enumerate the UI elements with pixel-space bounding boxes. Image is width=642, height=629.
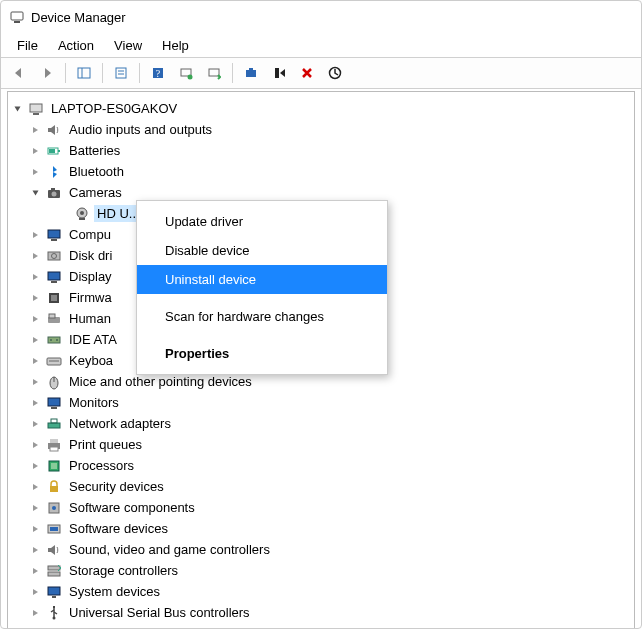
svg-rect-20: [49, 149, 55, 153]
device-tree[interactable]: LAPTOP-ES0GAKOV Audio inputs and outputs…: [7, 91, 635, 629]
menubar: File Action View Help: [1, 33, 641, 57]
tree-node-label: Bluetooth: [69, 164, 124, 179]
expander-icon[interactable]: [30, 187, 42, 199]
expander-icon[interactable]: [30, 271, 42, 283]
svg-point-62: [53, 616, 56, 619]
show-hide-tree-button[interactable]: [72, 61, 96, 85]
expander-icon[interactable]: [30, 397, 42, 409]
tree-node-label: Human: [69, 311, 111, 326]
context-menu-item[interactable]: Properties: [137, 339, 387, 368]
expander-icon[interactable]: [30, 565, 42, 577]
svg-point-22: [52, 191, 57, 196]
context-menu-item[interactable]: Update driver: [137, 207, 387, 236]
context-menu-item[interactable]: Disable device: [137, 236, 387, 265]
hid-icon: [46, 311, 62, 327]
menu-view[interactable]: View: [104, 35, 152, 56]
tree-node[interactable]: Software devices: [12, 518, 630, 539]
tree-node[interactable]: Monitors: [12, 392, 630, 413]
monitor-icon: [46, 227, 62, 243]
disable-button[interactable]: [267, 61, 291, 85]
svg-rect-16: [30, 104, 42, 112]
context-menu-gap: [137, 294, 387, 302]
svg-rect-12: [246, 70, 256, 77]
scan-hardware-button[interactable]: [323, 61, 347, 85]
tree-node[interactable]: Sound, video and game controllers: [12, 539, 630, 560]
svg-rect-57: [50, 527, 58, 531]
tree-node-label: Print queues: [69, 437, 142, 452]
toolbar-separator: [139, 63, 140, 83]
svg-rect-47: [51, 419, 57, 423]
tree-node-label: Software components: [69, 500, 195, 515]
forward-button[interactable]: [35, 61, 59, 85]
monitor-icon: [46, 269, 62, 285]
expander-icon[interactable]: [30, 355, 42, 367]
expander-icon[interactable]: [30, 334, 42, 346]
help-button[interactable]: ?: [146, 61, 170, 85]
swcomp-icon: [46, 500, 62, 516]
titlebar: Device Manager: [1, 1, 641, 33]
expander-icon[interactable]: [30, 250, 42, 262]
expander-icon[interactable]: [30, 418, 42, 430]
menu-help[interactable]: Help: [152, 35, 199, 56]
tree-node[interactable]: Processors: [12, 455, 630, 476]
tree-node[interactable]: Batteries: [12, 140, 630, 161]
network-icon: [46, 416, 62, 432]
back-button[interactable]: [7, 61, 31, 85]
usb-icon: [46, 605, 62, 621]
tree-node[interactable]: Network adapters: [12, 413, 630, 434]
mouse-icon: [46, 374, 62, 390]
update-driver-button[interactable]: [202, 61, 226, 85]
expander-icon[interactable]: [30, 586, 42, 598]
toolbar-separator: [232, 63, 233, 83]
expander-icon[interactable]: [12, 103, 24, 115]
expander-icon[interactable]: [30, 229, 42, 241]
expander-icon[interactable]: [30, 376, 42, 388]
printer-icon: [46, 437, 62, 453]
expander-icon[interactable]: [30, 502, 42, 514]
svg-rect-59: [48, 572, 60, 576]
tree-node-label: Cameras: [69, 185, 122, 200]
expander-icon[interactable]: [30, 607, 42, 619]
expander-icon[interactable]: [30, 124, 42, 136]
tree-node[interactable]: Security devices: [12, 476, 630, 497]
svg-rect-28: [51, 239, 57, 241]
context-menu-gap: [137, 331, 387, 339]
tree-node[interactable]: Storage controllers: [12, 560, 630, 581]
scan-button[interactable]: [174, 61, 198, 85]
tree-node[interactable]: Audio inputs and outputs: [12, 119, 630, 140]
tree-node-label: Processors: [69, 458, 134, 473]
tree-root-label: LAPTOP-ES0GAKOV: [51, 101, 177, 116]
expander-icon[interactable]: [30, 292, 42, 304]
storage-icon: [46, 563, 62, 579]
tree-node[interactable]: Print queues: [12, 434, 630, 455]
system-icon: [46, 584, 62, 600]
svg-point-25: [80, 211, 84, 215]
svg-rect-17: [33, 113, 39, 115]
tree-node[interactable]: Bluetooth: [12, 161, 630, 182]
svg-rect-4: [116, 68, 126, 78]
expander-icon[interactable]: [30, 460, 42, 472]
context-menu-item[interactable]: Uninstall device: [137, 265, 387, 294]
properties-button[interactable]: [109, 61, 133, 85]
tree-root[interactable]: LAPTOP-ES0GAKOV: [12, 98, 630, 119]
menu-action[interactable]: Action: [48, 35, 104, 56]
expander-icon[interactable]: [30, 313, 42, 325]
expander-icon[interactable]: [30, 439, 42, 451]
tree-node[interactable]: Universal Serial Bus controllers: [12, 602, 630, 623]
expander-icon[interactable]: [30, 145, 42, 157]
tree-node[interactable]: System devices: [12, 581, 630, 602]
expander-icon[interactable]: [30, 166, 42, 178]
uninstall-button[interactable]: [295, 61, 319, 85]
ide-icon: [46, 332, 62, 348]
svg-rect-58: [48, 566, 60, 570]
context-menu-item[interactable]: Scan for hardware changes: [137, 302, 387, 331]
menu-file[interactable]: File: [7, 35, 48, 56]
svg-point-10: [188, 75, 193, 80]
expander-icon[interactable]: [30, 544, 42, 556]
enable-button[interactable]: [239, 61, 263, 85]
svg-rect-2: [78, 68, 90, 78]
expander-icon[interactable]: [30, 523, 42, 535]
webcam-icon: [74, 206, 90, 222]
tree-node[interactable]: Software components: [12, 497, 630, 518]
expander-icon[interactable]: [30, 481, 42, 493]
